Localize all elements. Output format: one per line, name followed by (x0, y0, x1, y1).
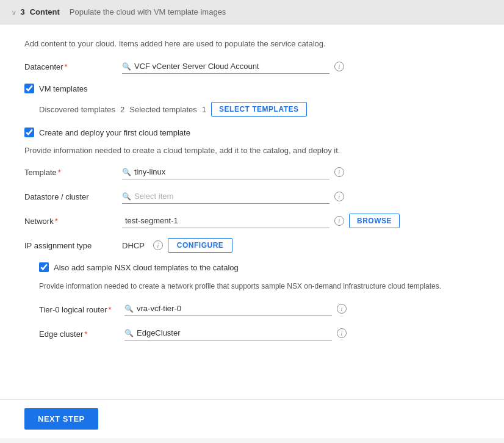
deploy-template-label[interactable]: Create and deploy your first cloud templ… (39, 128, 190, 137)
ip-assignment-info-icon[interactable]: i (153, 240, 163, 250)
edge-cluster-content: 🔍 i (124, 326, 480, 340)
datastore-label: Datastore / cluster (24, 189, 122, 201)
select-templates-button[interactable]: SELECT TEMPLATES (211, 102, 306, 117)
discovered-label: Discovered templates (39, 105, 115, 114)
nsx-desc: Provide information needed to create a n… (39, 281, 480, 292)
edge-cluster-search-icon: 🔍 (124, 329, 134, 337)
tier0-row: Tier-0 logical router* 🔍 i (39, 301, 480, 316)
discovered-count: 2 (120, 105, 124, 114)
datacenter-content: 🔍 i (122, 59, 480, 74)
vm-templates-checkbox[interactable] (24, 84, 34, 93)
datacenter-input[interactable] (134, 62, 329, 71)
step-description: Populate the cloud with VM template imag… (70, 7, 226, 16)
datastore-content: 🔍 i (122, 189, 480, 204)
content-area: Add content to your cloud. Items added h… (0, 24, 504, 399)
template-row: Template* 🔍 i (24, 165, 480, 179)
vm-templates-checkbox-row: VM templates (24, 84, 480, 93)
edge-cluster-row: Edge cluster* 🔍 i (39, 326, 480, 340)
network-label: Network* (24, 214, 122, 226)
templates-info-row: Discovered templates 2 Selected template… (39, 102, 480, 117)
datacenter-label: Datacenter* (24, 59, 122, 71)
ip-assignment-label: IP assignment type (24, 238, 122, 250)
edge-cluster-input-wrap[interactable]: 🔍 (124, 326, 332, 340)
edge-cluster-label: Edge cluster* (39, 326, 124, 340)
network-content: i BROWSE (122, 214, 480, 228)
datastore-search-icon: 🔍 (122, 192, 131, 201)
next-step-button[interactable]: NEXT STEP (24, 408, 98, 430)
step-title: Content (30, 7, 60, 16)
intro-text: Add content to your cloud. Items added h… (24, 39, 480, 48)
deploy-template-checkbox[interactable] (24, 128, 34, 137)
template-input-wrap[interactable]: 🔍 (122, 165, 329, 179)
template-input[interactable] (134, 167, 329, 176)
top-bar: v 3 Content Populate the cloud with VM t… (0, 0, 504, 24)
step-number: 3 (21, 7, 25, 16)
template-search-icon: 🔍 (122, 168, 131, 176)
datacenter-row: Datacenter* 🔍 i (24, 59, 480, 74)
template-label: Template* (24, 165, 122, 177)
tier0-label: Tier-0 logical router* (39, 301, 124, 315)
ip-assignment-content: DHCP i CONFIGURE (122, 238, 480, 253)
network-input-wrap[interactable] (122, 214, 329, 228)
datacenter-input-wrap[interactable]: 🔍 (122, 59, 329, 74)
network-info-icon[interactable]: i (334, 216, 344, 226)
network-input[interactable] (125, 216, 329, 225)
datastore-input[interactable] (134, 192, 329, 201)
deploy-section-desc: Provide information needed to create a c… (24, 146, 480, 155)
edge-cluster-input[interactable] (137, 328, 332, 337)
selected-label: Selected templates (129, 105, 197, 114)
network-row: Network* i BROWSE (24, 214, 480, 228)
nsx-section: Also add sample NSX cloud templates to t… (39, 262, 480, 340)
nsx-checkbox-row: Also add sample NSX cloud templates to t… (39, 262, 480, 272)
deploy-template-checkbox-row: Create and deploy your first cloud templ… (24, 128, 480, 137)
ip-assignment-row: IP assignment type DHCP i CONFIGURE (24, 238, 480, 253)
edge-cluster-info-icon[interactable]: i (337, 328, 347, 338)
datacenter-search-icon: 🔍 (122, 62, 131, 71)
selected-count: 1 (202, 105, 206, 114)
network-browse-button[interactable]: BROWSE (349, 214, 400, 228)
footer-bar: NEXT STEP (0, 399, 504, 438)
nsx-checkbox[interactable] (39, 262, 49, 272)
template-info-icon[interactable]: i (334, 167, 344, 177)
tier0-input[interactable] (137, 304, 332, 313)
tier0-content: 🔍 i (124, 301, 480, 316)
ip-assignment-configure-button[interactable]: CONFIGURE (168, 238, 233, 253)
datastore-row: Datastore / cluster 🔍 i (24, 189, 480, 204)
tier0-search-icon: 🔍 (124, 304, 134, 313)
datacenter-info-icon[interactable]: i (334, 62, 344, 71)
datastore-info-icon[interactable]: i (334, 192, 344, 201)
nsx-checkbox-label[interactable]: Also add sample NSX cloud templates to t… (54, 263, 239, 272)
vm-templates-label[interactable]: VM templates (39, 84, 87, 93)
datastore-input-wrap[interactable]: 🔍 (122, 189, 329, 204)
ip-assignment-value: DHCP (122, 241, 145, 250)
template-content: 🔍 i (122, 165, 480, 179)
step-chevron: v (12, 9, 16, 16)
tier0-info-icon[interactable]: i (337, 304, 347, 314)
tier0-input-wrap[interactable]: 🔍 (124, 301, 332, 316)
